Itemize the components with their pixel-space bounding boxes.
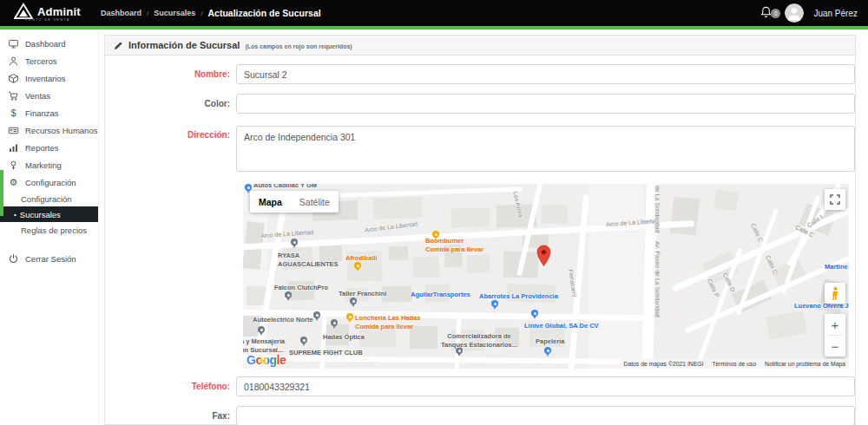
sidebar-item-finanzas[interactable]: $ Finanzas — [0, 104, 98, 121]
google-map[interactable]: Autos Cadillac Y GM Arco de La Libertad … — [243, 184, 849, 369]
poi-pin-icon[interactable] — [350, 298, 357, 304]
sidebar: Dashboard Terceros Inventarios Ventas $ … — [0, 29, 99, 425]
poi-pin-icon[interactable] — [291, 239, 298, 245]
page: Adminit PUNTO DE VENTA Dashboard / Sucur… — [0, 0, 868, 425]
poi-pin-icon[interactable] — [313, 311, 320, 318]
poi-pin-icon[interactable] — [285, 291, 292, 298]
sidebar-item-ventas[interactable]: Ventas — [0, 87, 98, 104]
sidebar-item-label: Marketing — [25, 160, 62, 170]
report-problem-link[interactable]: Notificar un problema de Mapa — [765, 361, 845, 367]
breadcrumb-current-page: Actualización de Sucursal — [208, 8, 321, 18]
breadcrumb-sucursales[interactable]: Sucursales — [154, 9, 195, 17]
map-street-label: Arco de La Libertad — [365, 219, 418, 233]
brand-name: Adminit — [37, 5, 81, 18]
destination-marker-icon[interactable] — [536, 245, 551, 271]
zoom-in-button[interactable]: + — [825, 314, 845, 335]
sidebar-item-label: Finanzas — [25, 108, 59, 118]
fax-label: Fax: — [104, 411, 230, 421]
terms-of-use-link[interactable]: Términos de uso — [712, 361, 756, 367]
zoom-out-button[interactable]: − — [825, 336, 845, 356]
shop-pin-icon[interactable] — [491, 300, 498, 307]
food-pin-icon[interactable] — [354, 262, 361, 269]
pegman-icon — [831, 286, 840, 301]
nombre-input[interactable] — [236, 64, 855, 84]
breadcrumb: Dashboard / Sucursales / Actualización d… — [101, 0, 321, 26]
map-label: Hadas Óptica — [323, 333, 365, 342]
shop-pin-icon[interactable] — [531, 310, 538, 317]
map-street-label: Calle C — [749, 222, 765, 244]
color-input[interactable] — [236, 94, 855, 114]
sidebar-item-configuracion[interactable]: ⚙ Configuración — [0, 173, 98, 191]
sidebar-item-cerrar-sesion[interactable]: Cerrar Sesión — [0, 250, 98, 267]
sidebar-item-recursos-humanos[interactable]: Recursos Humanos — [0, 121, 98, 139]
sidebar-subitem-configuracion[interactable]: Configuración — [0, 191, 98, 206]
sidebar-item-label: Terceros — [25, 56, 56, 66]
avatar-person-icon — [785, 3, 804, 23]
map-type-mapa-button[interactable]: Mapa — [250, 197, 291, 207]
map-label: Lonchería Las Hadas Comida para llevar — [355, 314, 420, 331]
food-pin-icon[interactable] — [346, 313, 353, 320]
map-label: Comercializadora de Tanques Estacionario… — [439, 332, 519, 350]
map-label: Linivé Global, SA De CV — [524, 322, 599, 330]
sidebar-item-label: Cerrar Sesión — [25, 254, 76, 264]
user-avatar[interactable] — [785, 3, 804, 23]
notification-count-badge: 0 — [771, 9, 780, 18]
map-label: Martine — [825, 263, 848, 271]
zoom-control: + − — [825, 314, 845, 356]
sidebar-item-marketing[interactable]: Marketing — [0, 156, 98, 173]
form-title: Información de Sucursal — [128, 40, 240, 50]
map-label: AguilarTransportes — [411, 291, 470, 299]
notifications-button[interactable]: 0 — [760, 5, 775, 21]
fullscreen-icon — [830, 194, 840, 205]
map-zone — [589, 184, 644, 369]
sidebar-subitem-label: Reglas de precios — [21, 226, 87, 235]
map-street-label: Calle C — [764, 254, 779, 276]
sidebar-item-reportes[interactable]: Reportes — [0, 139, 98, 156]
google-logo[interactable]: Google — [247, 353, 286, 367]
user-name[interactable]: Juan Pérez — [813, 9, 858, 18]
map-label: Papelería — [536, 337, 564, 346]
active-section-accent-bar — [0, 170, 3, 216]
map-street-label: Arco de La Libertad — [260, 228, 314, 239]
sidebar-item-label: Configuración — [25, 178, 76, 187]
sidebar-item-label: Dashboard — [25, 39, 65, 49]
shop-pin-icon[interactable] — [544, 347, 551, 354]
fullscreen-button[interactable] — [825, 189, 845, 210]
top-header-bar: Adminit PUNTO DE VENTA Dashboard / Sucur… — [0, 0, 868, 26]
fax-input[interactable] — [236, 406, 855, 425]
telefono-input[interactable] — [236, 376, 855, 396]
sidebar-item-dashboard[interactable]: Dashboard — [0, 35, 98, 52]
sidebar-item-inventarios[interactable]: Inventarios — [0, 69, 98, 87]
sidebar-subitem-label: Configuración — [21, 194, 72, 204]
map-street-label: Av. Paseo de La Solidaridad — [654, 241, 661, 317]
sidebar-item-label: Recursos Humanos — [25, 126, 97, 135]
map-type-satelite-button[interactable]: Satélite — [291, 197, 339, 207]
telefono-label: Teléfono: — [104, 382, 230, 391]
power-icon — [8, 253, 19, 265]
map-label: a y Mensajería ón Sucursal... — [243, 337, 285, 355]
card-header: Información de Sucursal (Los campos en r… — [105, 36, 855, 56]
poi-pin-icon[interactable] — [258, 326, 265, 333]
sidebar-subitem-sucursales-active[interactable]: • Sucursales — [0, 206, 98, 222]
pegman-button[interactable] — [825, 283, 845, 304]
cart-icon — [8, 90, 19, 101]
map-label: Falcon ClutchPro — [274, 284, 328, 292]
map-label: Taller Franchini — [339, 290, 386, 298]
shop-pin-icon[interactable] — [245, 184, 252, 191]
poi-pin-icon[interactable] — [300, 337, 307, 343]
accent-divider — [0, 26, 868, 29]
sidebar-item-label: Reportes — [25, 143, 59, 153]
breadcrumb-separator: / — [201, 10, 202, 17]
cube-icon — [8, 73, 19, 84]
sidebar-subitem-reglas-de-precios[interactable]: Reglas de precios — [0, 222, 98, 238]
sidebar-item-terceros[interactable]: Terceros — [0, 52, 98, 69]
poi-pin-icon[interactable] — [331, 319, 338, 326]
brand-tagline: PUNTO DE VENTA — [25, 17, 70, 22]
map-label: Abarrotes La Providencia — [479, 292, 558, 301]
pencil-icon — [114, 41, 123, 50]
color-label: Color: — [104, 99, 230, 108]
map-data-attribution: Datos de mapas ©2021 INEGI — [624, 361, 704, 367]
breadcrumb-dashboard[interactable]: Dashboard — [101, 9, 141, 17]
direccion-textarea[interactable]: Arco de Independencia 301 — [236, 126, 855, 172]
map-attribution: Datos de mapas ©2021 INEGI Términos de u… — [621, 359, 849, 369]
